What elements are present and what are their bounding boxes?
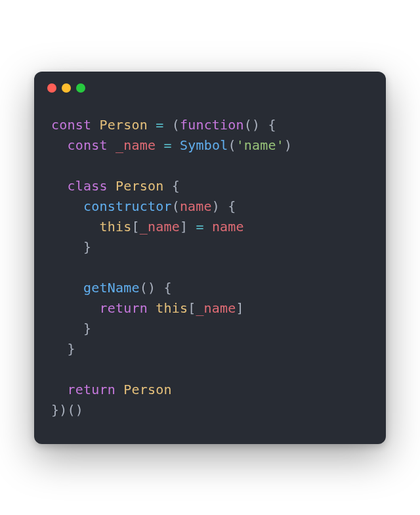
- code-token: class: [67, 178, 107, 194]
- code-token: }: [51, 341, 75, 357]
- code-line: this[_name] = name: [51, 219, 244, 235]
- code-token: [51, 382, 67, 397]
- code-token: [51, 178, 67, 194]
- code-token: name: [212, 219, 244, 235]
- code-token: 'name': [236, 137, 284, 153]
- code-token: return: [67, 382, 115, 397]
- code-token: [204, 219, 212, 235]
- close-icon[interactable]: [47, 83, 56, 93]
- code-token: constructor: [83, 198, 172, 214]
- code-token: Symbol: [180, 137, 228, 153]
- window-titlebar: [34, 72, 386, 97]
- code-token: Person: [116, 178, 163, 194]
- code-token: [51, 219, 99, 235]
- code-token: _name: [196, 300, 236, 316]
- code-token: }: [51, 321, 91, 336]
- code-token: [51, 198, 83, 214]
- code-token: (: [172, 198, 180, 214]
- code-token: =: [196, 219, 203, 235]
- code-token: [148, 300, 156, 316]
- code-token: (: [163, 117, 179, 133]
- code-token: Person: [99, 117, 147, 133]
- code-token: this: [99, 219, 131, 235]
- code-token: return: [99, 300, 147, 316]
- code-content: const Person = (function() { const _name…: [34, 97, 386, 444]
- code-token: ]: [180, 219, 196, 235]
- code-token: getName: [83, 280, 140, 296]
- code-line: }: [51, 341, 75, 357]
- code-token: _name: [140, 219, 180, 235]
- code-token: }: [51, 239, 91, 255]
- code-window: const Person = (function() { const _name…: [34, 72, 386, 444]
- code-token: })(): [51, 402, 83, 418]
- code-line: const _name = Symbol('name'): [51, 137, 292, 153]
- code-token: [116, 382, 123, 397]
- code-token: ]: [236, 300, 244, 316]
- code-token: Person: [123, 382, 171, 397]
- code-token: [108, 178, 116, 194]
- code-token: [108, 137, 116, 153]
- code-token: =: [163, 137, 171, 153]
- code-token: this: [156, 300, 188, 316]
- code-line: return this[_name]: [51, 300, 244, 316]
- code-token: function: [180, 117, 244, 133]
- code-token: const: [51, 117, 91, 133]
- code-token: ) {: [212, 198, 236, 214]
- code-token: [51, 137, 67, 153]
- code-line: const Person = (function() {: [51, 117, 276, 133]
- code-token: ): [284, 137, 292, 153]
- code-token: [148, 117, 156, 133]
- code-line: constructor(name) {: [51, 198, 236, 214]
- code-line: }: [51, 321, 91, 336]
- code-line: }: [51, 239, 91, 255]
- code-token: const: [67, 137, 107, 153]
- code-line: return Person: [51, 382, 172, 397]
- code-token: [51, 280, 83, 296]
- code-token: [172, 137, 180, 153]
- code-token: [: [131, 219, 139, 235]
- code-token: () {: [244, 117, 276, 133]
- code-token: name: [180, 198, 212, 214]
- code-line: class Person {: [51, 178, 180, 194]
- code-token: {: [163, 178, 179, 194]
- code-token: _name: [116, 137, 156, 153]
- code-token: [: [188, 300, 196, 316]
- code-token: [91, 117, 99, 133]
- code-token: [156, 137, 163, 153]
- minimize-icon[interactable]: [62, 83, 71, 93]
- code-token: =: [156, 117, 163, 133]
- code-line: getName() {: [51, 280, 172, 296]
- code-token: [51, 300, 99, 316]
- code-token: (: [228, 137, 236, 153]
- code-token: () {: [140, 280, 172, 296]
- code-line: })(): [51, 402, 83, 418]
- zoom-icon[interactable]: [76, 83, 85, 93]
